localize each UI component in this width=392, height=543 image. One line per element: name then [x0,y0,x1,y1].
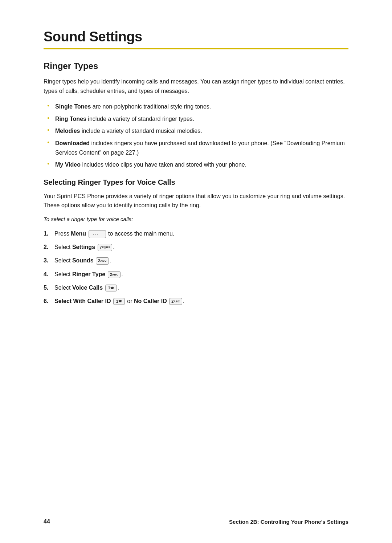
title-underline [44,48,348,49]
settings-key-icon: 7PQRS [98,244,113,251]
voicecalls-key-icon: 1☎ [105,285,117,291]
step-bold: Ringer Type [72,271,105,277]
footer-section-label: Section 2B: Controlling Your Phone’s Set… [229,519,348,525]
steps-list: 1. Press Menu ··· to access the main men… [44,229,348,306]
section2-heading: Selecting Ringer Types for Voice Calls [44,178,348,187]
list-item: Downloaded includes ringers you have pur… [47,139,348,157]
list-item: 4. Select Ringer Type 2ABC. [44,269,348,279]
step-bold: Menu [71,230,86,237]
step-text: Select With Caller ID 1☎ or No Caller ID… [54,296,348,306]
ringertype-key-icon: 2ABC [108,271,121,278]
step-bold: Settings [72,244,95,250]
bullet-bold: Melodies [55,128,80,134]
step-number: 4. [44,269,54,279]
page-footer: 44 Section 2B: Controlling Your Phone’s … [44,518,348,525]
step-text: Press Menu ··· to access the main menu. [54,229,348,238]
page-container: Sound Settings Ringer Types Ringer types… [0,0,392,543]
step-number: 6. [44,296,54,306]
step-number: 3. [44,256,54,265]
bullet-bold: Single Tones [55,103,91,110]
list-item: 1. Press Menu ··· to access the main men… [44,229,348,238]
step-number: 1. [44,229,54,238]
list-item: 3. Select Sounds 2ABC. [44,256,348,265]
step-number: 2. [44,242,54,252]
step-text: Select Voice Calls 1☎. [54,283,348,293]
step-bold: Sounds [72,257,94,264]
sounds-key-icon: 2ABC [96,257,109,264]
list-item: 5. Select Voice Calls 1☎. [44,283,348,293]
list-item: Ring Tones include a variety of standard… [47,114,348,124]
list-item: Single Tones are non-polyphonic traditio… [47,102,348,111]
step-bold: Voice Calls [72,285,103,291]
menu-key-icon: ··· [89,230,106,238]
bullet-bold: My Video [55,162,81,168]
withcallerid-key-icon: 1☎ [113,298,125,305]
section1-bullet-list: Single Tones are non-polyphonic traditio… [44,102,348,170]
list-item: 2. Select Settings 7PQRS. [44,242,348,252]
section1-intro: Ringer types help you identify incoming … [44,77,348,95]
bullet-bold: Downloaded [55,140,90,146]
step-text: Select Ringer Type 2ABC. [54,269,348,279]
step-bold2: No Caller ID [134,298,167,304]
step-text: Select Settings 7PQRS. [54,242,348,252]
step-bold: Select With Caller ID [54,298,111,304]
step-number: 5. [44,283,54,293]
bullet-bold: Ring Tones [55,116,86,122]
section1-heading: Ringer Types [44,61,348,71]
footer-page-number: 44 [44,518,50,525]
page-title: Sound Settings [44,29,348,45]
list-item: 6. Select With Caller ID 1☎ or No Caller… [44,296,348,306]
step-text: Select Sounds 2ABC. [54,256,348,265]
to-select-label: To select a ringer type for voice calls: [44,216,348,222]
list-item: Melodies include a variety of standard m… [47,126,348,136]
list-item: My Video includes video clips you have t… [47,160,348,170]
nocallerid-key-icon: 2ABC [169,298,182,305]
section2-body: Your Sprint PCS Phone provides a variety… [44,192,348,210]
